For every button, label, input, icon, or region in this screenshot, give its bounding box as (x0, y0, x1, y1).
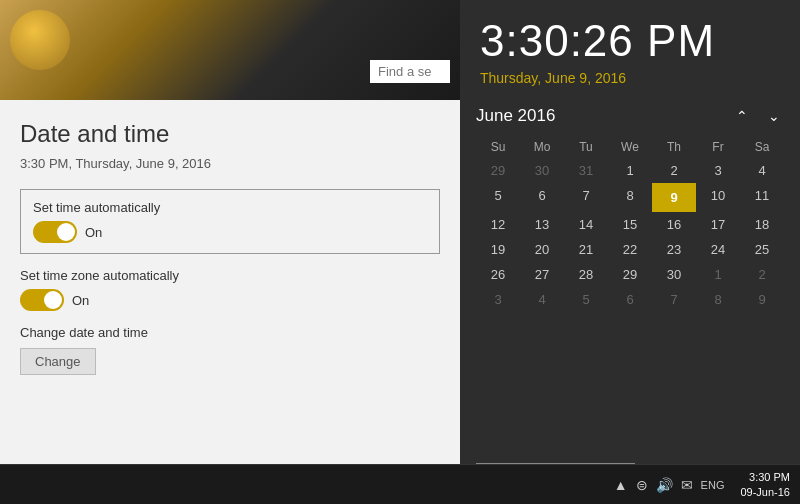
message-icon: ✉ (681, 477, 693, 493)
cal-day-cell[interactable]: 19 (476, 237, 520, 262)
cal-day-cell[interactable]: 3 (476, 287, 520, 312)
date-display: Thursday, June 9, 2016 (460, 70, 800, 98)
calendar-grid: SuMoTuWeThFrSa29303112345678910111213141… (476, 136, 784, 312)
cal-day-cell[interactable]: 13 (520, 212, 564, 237)
cal-day-cell[interactable]: 3 (696, 158, 740, 183)
cal-day-cell[interactable]: 29 (608, 262, 652, 287)
calendar-container: June 2016 ⌃ ⌄ SuMoTuWeThFrSa293031123456… (460, 98, 800, 455)
set-timezone-auto-label: Set time zone automatically (20, 268, 440, 283)
cal-day-cell[interactable]: 21 (564, 237, 608, 262)
set-timezone-auto-value: On (72, 293, 89, 308)
cal-day-header: Fr (696, 136, 740, 158)
cal-day-cell[interactable]: 23 (652, 237, 696, 262)
cal-day-header: Sa (740, 136, 784, 158)
cal-day-cell[interactable]: 1 (696, 262, 740, 287)
top-image (0, 0, 460, 100)
cal-day-cell[interactable]: 24 (696, 237, 740, 262)
cal-day-cell[interactable]: 27 (520, 262, 564, 287)
taskbar-clock: 3:30 PM (740, 470, 790, 484)
cal-day-cell[interactable]: 10 (696, 183, 740, 212)
cal-day-cell[interactable]: 6 (608, 287, 652, 312)
set-time-auto-toggle-row: On (33, 221, 427, 243)
nav-arrows: ⌃ ⌄ (732, 106, 784, 126)
cal-day-header: Su (476, 136, 520, 158)
taskbar-date: 09-Jun-16 (740, 485, 790, 499)
set-timezone-auto-block: Set time zone automatically On (20, 268, 440, 311)
cal-day-cell[interactable]: 30 (520, 158, 564, 183)
taskbar-time: 3:30 PM 09-Jun-16 (740, 470, 790, 499)
cal-day-cell[interactable]: 28 (564, 262, 608, 287)
cal-day-cell[interactable]: 9 (740, 287, 784, 312)
cal-day-cell[interactable]: 22 (608, 237, 652, 262)
cal-day-cell[interactable]: 16 (652, 212, 696, 237)
set-time-auto-label: Set time automatically (33, 200, 427, 215)
change-datetime-label: Change date and time (20, 325, 440, 340)
cal-day-cell[interactable]: 4 (520, 287, 564, 312)
cal-day-cell[interactable]: 25 (740, 237, 784, 262)
cal-day-cell[interactable]: 14 (564, 212, 608, 237)
wifi-icon: ⊜ (636, 477, 648, 493)
cal-day-cell[interactable]: 30 (652, 262, 696, 287)
page-title: Date and time (20, 120, 440, 148)
cal-day-cell[interactable]: 26 (476, 262, 520, 287)
calendar-header: June 2016 ⌃ ⌄ (476, 106, 784, 126)
language-label: ENG (701, 479, 725, 491)
cal-day-cell[interactable]: 5 (564, 287, 608, 312)
cal-day-cell[interactable]: 1 (608, 158, 652, 183)
cal-day-cell[interactable]: 12 (476, 212, 520, 237)
clock-display: 3:30:26 PM (460, 0, 800, 70)
cal-day-header: Tu (564, 136, 608, 158)
prev-month-arrow[interactable]: ⌃ (732, 106, 752, 126)
cal-day-cell[interactable]: 31 (564, 158, 608, 183)
month-year: June 2016 (476, 106, 555, 126)
change-datetime-block: Change date and time Change (20, 325, 440, 375)
cal-day-header: We (608, 136, 652, 158)
taskbar-icons: ▲ ⊜ 🔊 ✉ ENG 3:30 PM 09-Jun-16 (614, 470, 790, 499)
cal-day-header: Mo (520, 136, 564, 158)
volume-icon: 🔊 (656, 477, 673, 493)
cal-day-cell[interactable]: 8 (696, 287, 740, 312)
cal-day-cell[interactable]: 20 (520, 237, 564, 262)
search-bar-area (370, 60, 450, 83)
cal-day-cell[interactable]: 18 (740, 212, 784, 237)
right-panel: 3:30:26 PM Thursday, June 9, 2016 June 2… (460, 0, 800, 504)
current-datetime: 3:30 PM, Thursday, June 9, 2016 (20, 156, 440, 171)
search-input[interactable] (370, 60, 450, 83)
cal-day-header: Th (652, 136, 696, 158)
cal-day-cell[interactable]: 7 (564, 183, 608, 212)
cal-day-cell[interactable]: 17 (696, 212, 740, 237)
cal-day-cell[interactable]: 2 (740, 262, 784, 287)
cal-day-cell[interactable]: 8 (608, 183, 652, 212)
cal-day-cell[interactable]: 6 (520, 183, 564, 212)
cal-day-cell[interactable]: 7 (652, 287, 696, 312)
cal-day-cell[interactable]: 2 (652, 158, 696, 183)
cal-day-cell[interactable]: 5 (476, 183, 520, 212)
set-timezone-auto-toggle-row: On (20, 289, 440, 311)
cal-day-cell[interactable]: 11 (740, 183, 784, 212)
taskbar: ▲ ⊜ 🔊 ✉ ENG 3:30 PM 09-Jun-16 (0, 464, 800, 504)
cal-day-cell[interactable]: 9 (652, 183, 696, 212)
left-panel: Date and time 3:30 PM, Thursday, June 9,… (0, 0, 460, 504)
set-time-auto-toggle[interactable] (33, 221, 77, 243)
cal-day-cell[interactable]: 4 (740, 158, 784, 183)
change-button[interactable]: Change (20, 348, 96, 375)
cal-day-cell[interactable]: 29 (476, 158, 520, 183)
next-month-arrow[interactable]: ⌄ (764, 106, 784, 126)
set-time-auto-value: On (85, 225, 102, 240)
set-timezone-auto-toggle[interactable] (20, 289, 64, 311)
network-icon: ▲ (614, 477, 628, 493)
set-time-auto-block: Set time automatically On (20, 189, 440, 254)
settings-content: Date and time 3:30 PM, Thursday, June 9,… (0, 100, 460, 504)
cal-day-cell[interactable]: 15 (608, 212, 652, 237)
